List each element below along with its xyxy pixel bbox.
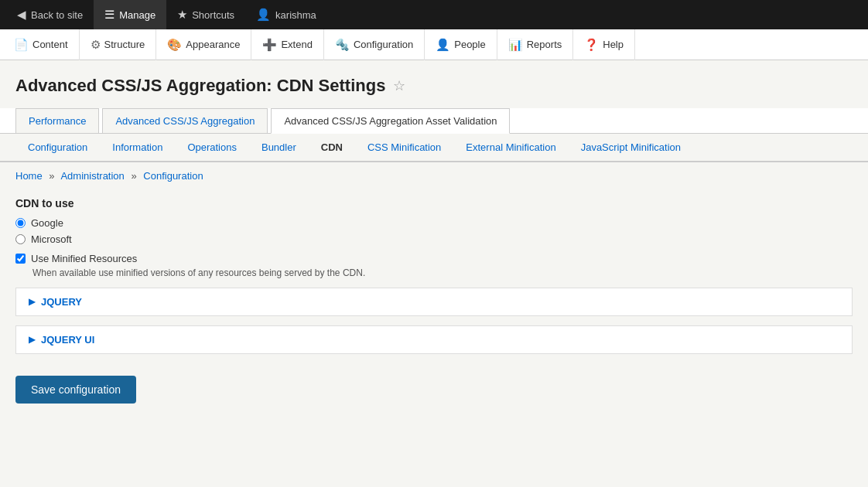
primary-tab-advcss[interactable]: Advanced CSS/JS Aggregation: [102, 108, 268, 133]
appearance-label: Appearance: [186, 39, 240, 50]
advcss-asset-tab-label: Advanced CSS/JS Aggregation Asset Valida…: [284, 115, 497, 127]
radio-microsoft: Microsoft: [15, 233, 853, 245]
sec-ops-label: Operations: [187, 141, 237, 153]
reports-label: Reports: [527, 39, 562, 50]
back-to-site-link[interactable]: ◀ Back to site: [6, 0, 94, 29]
secondary-tab-configuration[interactable]: Configuration: [15, 134, 100, 162]
jquery-ui-label: JQUERY UI: [41, 334, 94, 346]
radio-google-input[interactable]: [15, 218, 26, 228]
nav-tab-content[interactable]: 📄 Content: [3, 29, 80, 60]
manage-label: Manage: [119, 9, 155, 21]
user-link[interactable]: 👤 karishma: [245, 0, 327, 29]
help-icon: ❓: [584, 38, 599, 52]
structure-label: Structure: [104, 39, 145, 50]
secondary-tab-css-min[interactable]: CSS Minification: [355, 134, 453, 162]
shortcuts-label: Shortcuts: [192, 9, 234, 21]
jquery-ui-arrow-icon: ▶: [29, 335, 35, 345]
secondary-tab-operations[interactable]: Operations: [175, 134, 249, 162]
extend-label: Extend: [281, 39, 312, 50]
jquery-section: ▶ JQUERY: [15, 288, 853, 316]
radio-google-label[interactable]: Google: [31, 217, 63, 229]
nav-tabs-bar: 📄 Content ⚙ Structure 🎨 Appearance ➕ Ext…: [0, 29, 868, 60]
content-icon: 📄: [14, 38, 29, 52]
nav-tab-reports[interactable]: 📊 Reports: [497, 29, 574, 60]
jquery-ui-header[interactable]: ▶ JQUERY UI: [16, 326, 852, 353]
user-label: karishma: [275, 9, 316, 21]
configuration-label: Configuration: [354, 39, 413, 50]
nav-tab-extend[interactable]: ➕ Extend: [251, 29, 323, 60]
page-title: Advanced CSS/JS Aggregation: CDN Setting…: [15, 76, 385, 96]
jquery-label: JQUERY: [41, 296, 82, 308]
primary-tab-performance[interactable]: Performance: [15, 108, 99, 133]
secondary-tabs: Configuration Information Operations Bun…: [0, 134, 868, 162]
configuration-icon: 🔩: [335, 38, 350, 52]
breadcrumb-home[interactable]: Home: [15, 170, 43, 182]
people-label: People: [454, 39, 485, 50]
structure-icon: ⚙: [91, 38, 101, 52]
nav-tab-appearance[interactable]: 🎨 Appearance: [156, 29, 251, 60]
bookmark-star-icon[interactable]: ☆: [393, 77, 405, 94]
sec-js-min-label: JavaScript Minification: [581, 141, 681, 153]
help-label: Help: [603, 39, 624, 50]
jquery-header[interactable]: ▶ JQUERY: [16, 288, 852, 315]
primary-tab-advcss-asset[interactable]: Advanced CSS/JS Aggregation Asset Valida…: [271, 108, 510, 134]
form-area: CDN to use Google Microsoft Use Minified…: [0, 189, 868, 424]
sec-css-min-label: CSS Minification: [367, 141, 441, 153]
secondary-tab-bundler[interactable]: Bundler: [249, 134, 309, 162]
page-header: Advanced CSS/JS Aggregation: CDN Setting…: [0, 76, 868, 108]
manage-icon: ☰: [104, 8, 114, 22]
extend-icon: ➕: [262, 38, 277, 52]
cdn-field-label: CDN to use: [15, 197, 853, 209]
back-to-site-label: Back to site: [31, 9, 83, 21]
use-minified-label[interactable]: Use Minified Resources: [31, 253, 137, 264]
performance-tab-label: Performance: [29, 115, 86, 127]
breadcrumb-sep1: »: [49, 170, 54, 182]
checkbox-use-minified: Use Minified Resources: [15, 253, 853, 264]
shortcuts-icon: ★: [177, 8, 187, 22]
sec-cdn-label: CDN: [321, 141, 343, 153]
jquery-ui-section: ▶ JQUERY UI: [15, 325, 853, 354]
appearance-icon: 🎨: [167, 38, 182, 52]
reports-icon: 📊: [508, 38, 523, 52]
sec-config-label: Configuration: [28, 141, 87, 153]
admin-bar: ◀ Back to site ☰ Manage ★ Shortcuts 👤 ka…: [0, 0, 868, 29]
breadcrumb-sep2: »: [131, 170, 136, 182]
secondary-tab-cdn[interactable]: CDN: [309, 134, 355, 162]
save-configuration-button[interactable]: Save configuration: [15, 376, 136, 404]
content-area: Advanced CSS/JS Aggregation: CDN Setting…: [0, 60, 868, 424]
primary-tabs: Performance Advanced CSS/JS Aggregation …: [0, 108, 868, 134]
use-minified-description: When available use minified versions of …: [32, 267, 853, 278]
shortcuts-link[interactable]: ★ Shortcuts: [166, 0, 245, 29]
nav-tab-help[interactable]: ❓ Help: [573, 29, 635, 60]
user-icon: 👤: [256, 8, 271, 22]
nav-tab-configuration[interactable]: 🔩 Configuration: [324, 29, 425, 60]
manage-link[interactable]: ☰ Manage: [94, 0, 166, 29]
sec-bundler-label: Bundler: [261, 141, 296, 153]
nav-tab-people[interactable]: 👤 People: [425, 29, 497, 60]
sec-ext-min-label: External Minification: [466, 141, 555, 153]
breadcrumb-config[interactable]: Configuration: [143, 170, 203, 182]
secondary-tab-information[interactable]: Information: [100, 134, 175, 162]
jquery-arrow-icon: ▶: [29, 297, 35, 307]
radio-google: Google: [15, 217, 853, 229]
secondary-tab-js-min[interactable]: JavaScript Minification: [569, 134, 693, 162]
radio-microsoft-label[interactable]: Microsoft: [31, 233, 72, 245]
sec-info-label: Information: [112, 141, 162, 153]
content-label: Content: [32, 39, 68, 50]
use-minified-checkbox[interactable]: [15, 254, 26, 264]
breadcrumb-admin[interactable]: Administration: [60, 170, 124, 182]
radio-microsoft-input[interactable]: [15, 234, 26, 244]
breadcrumb: Home » Administration » Configuration: [0, 162, 868, 189]
nav-tab-structure[interactable]: ⚙ Structure: [80, 29, 157, 60]
back-arrow-icon: ◀: [17, 8, 26, 22]
secondary-tab-ext-min[interactable]: External Minification: [453, 134, 568, 162]
advcss-tab-label: Advanced CSS/JS Aggregation: [115, 115, 255, 127]
people-icon: 👤: [436, 38, 450, 52]
